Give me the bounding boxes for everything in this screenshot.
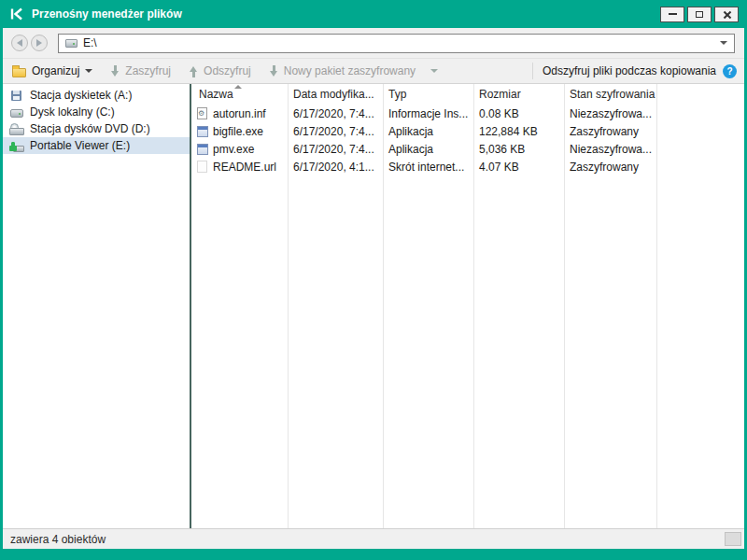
file-row-autorun-inf[interactable]: autorun.inf 6/17/2020, 7:4... Informacje…: [191, 105, 744, 122]
file-list: Nazwa Data modyfika... Typ Rozmiar Stan …: [191, 84, 744, 528]
window-title: Przenośny menedżer plików: [32, 7, 182, 21]
back-button[interactable]: [11, 35, 28, 51]
drive-label: Dysk lokalny (C:): [30, 105, 115, 119]
decrypt-on-copy-button[interactable]: Odszyfruj pliki podczas kopiowania: [543, 64, 737, 78]
maximize-button[interactable]: [687, 7, 712, 22]
file-cell-size: 5,036 KB: [473, 140, 564, 158]
sidebar-item-dvd-d[interactable]: Stacja dysków DVD (D:): [3, 120, 190, 137]
column-header-row: Nazwa Data modyfika... Typ Rozmiar Stan …: [191, 84, 744, 105]
file-cell-size: 122,884 KB: [473, 122, 564, 140]
file-cell-size: 4.07 KB: [473, 158, 564, 175]
drive-label: Stacja dysków DVD (D:): [30, 122, 150, 135]
column-header-status[interactable]: Stan szyfrowania: [564, 84, 656, 105]
forward-button[interactable]: [31, 35, 48, 51]
file-size: 4.07 KB: [479, 161, 519, 174]
sidebar-item-local-disk-c[interactable]: Dysk lokalny (C:): [3, 104, 190, 120]
file-modified: 6/17/2020, 7:4...: [293, 125, 374, 138]
column-label: Typ: [388, 88, 406, 101]
file-name: autorun.inf: [213, 107, 266, 120]
encrypted-drive-icon: [9, 140, 24, 152]
file-cell-modified: 6/17/2020, 7:4...: [288, 122, 383, 140]
file-cell-status: Niezaszyfrowa...: [564, 140, 656, 158]
file-row-bigfile-exe[interactable]: bigfile.exe 6/17/2020, 7:4... Aplikacja …: [191, 122, 744, 140]
application-file-icon: [196, 126, 208, 137]
file-encryption-status: Zaszyfrowany: [570, 161, 639, 174]
toolbar-divider: [532, 63, 533, 79]
decrypt-label: Odszyfruj: [204, 64, 251, 77]
main-area: Stacja dyskietek (A:) Dysk lokalny (C:) …: [3, 84, 744, 528]
minimize-icon: [669, 13, 677, 15]
file-cell-type: Aplikacja: [383, 122, 473, 140]
file-cell-name: pmv.exe: [191, 140, 288, 158]
close-button[interactable]: [714, 7, 739, 22]
kaspersky-logo-icon: [9, 7, 24, 21]
toolbar: Organizuj Zaszyfruj Odszyfruj Nowy pakie…: [3, 58, 744, 84]
column-header-type[interactable]: Typ: [383, 84, 473, 105]
file-row-readme-url[interactable]: README.url 6/17/2020, 4:1... Skrót inter…: [191, 158, 744, 175]
folder-icon: [12, 68, 26, 77]
decrypt-button[interactable]: Odszyfruj: [190, 64, 251, 77]
file-type: Informacje Ins...: [388, 107, 468, 120]
new-package-label: Nowy pakiet zaszyfrowany: [284, 64, 416, 77]
file-cell-size: 0.08 KB: [473, 105, 564, 122]
file-cell-name: bigfile.exe: [191, 122, 288, 140]
application-file-icon: [196, 144, 208, 155]
file-name: README.url: [213, 161, 276, 174]
portable-file-manager-window: Przenośny menedżer plików E:\ Organizuj …: [0, 0, 747, 560]
sidebar-item-portable-viewer-e[interactable]: Portable Viewer (E:): [3, 137, 190, 154]
file-size: 122,884 KB: [479, 125, 538, 138]
file-name: bigfile.exe: [213, 125, 263, 138]
arrow-down-icon: [270, 65, 278, 77]
column-header-modified[interactable]: Data modyfika...: [288, 84, 383, 105]
column-label: Nazwa: [199, 88, 233, 101]
file-modified: 6/17/2020, 4:1...: [293, 161, 374, 174]
file-encryption-status: Niezaszyfrowa...: [570, 107, 652, 120]
drive-label: Stacja dyskietek (A:): [30, 89, 132, 102]
file-modified: 6/17/2020, 7:4...: [293, 107, 374, 120]
column-label: Data modyfika...: [293, 88, 374, 101]
column-header-name[interactable]: Nazwa: [191, 84, 288, 105]
chevron-down-icon: [430, 69, 438, 73]
file-cell-status: Zaszyfrowany: [564, 122, 656, 140]
titlebar: Przenośny menedżer plików: [3, 0, 744, 28]
file-modified: 6/17/2020, 7:4...: [293, 143, 374, 156]
status-text: zawiera 4 obiektów: [10, 533, 106, 546]
maximize-icon: [696, 11, 703, 18]
file-cell-modified: 6/17/2020, 4:1...: [288, 158, 383, 175]
address-bar[interactable]: E:\: [58, 34, 735, 53]
column-label: Stan szyfrowania: [570, 88, 655, 101]
status-bar: zawiera 4 obiektów: [3, 528, 744, 549]
file-cell-modified: 6/17/2020, 7:4...: [288, 105, 383, 122]
file-row-pmv-exe[interactable]: pmv.exe 6/17/2020, 7:4... Aplikacja 5,03…: [191, 140, 744, 158]
minimize-button[interactable]: [660, 7, 684, 22]
encrypt-button[interactable]: Zaszyfruj: [111, 64, 171, 77]
file-cell-modified: 6/17/2020, 7:4...: [288, 140, 383, 158]
file-name: pmv.exe: [213, 143, 254, 156]
organize-button[interactable]: Organizuj: [12, 64, 92, 77]
chevron-down-icon[interactable]: [720, 41, 727, 45]
file-encryption-status: Niezaszyfrowa...: [570, 143, 652, 156]
inf-file-icon: [196, 107, 208, 119]
help-icon[interactable]: [723, 64, 737, 78]
file-cell-type: Informacje Ins...: [383, 105, 473, 122]
file-cell-status: Niezaszyfrowa...: [564, 105, 656, 122]
sidebar-item-floppy-a[interactable]: Stacja dyskietek (A:): [3, 87, 190, 104]
chevron-down-icon: [85, 69, 92, 73]
arrow-up-icon: [190, 65, 198, 77]
window-controls: [660, 7, 739, 22]
file-size: 5,036 KB: [479, 143, 525, 156]
file-cell-status: Zaszyfrowany: [564, 158, 656, 175]
file-type: Aplikacja: [388, 143, 433, 156]
url-file-icon: [196, 161, 208, 173]
file-encryption-status: Zaszyfrowany: [570, 125, 639, 138]
file-size: 0.08 KB: [479, 107, 519, 120]
encrypt-label: Zaszyfruj: [125, 64, 171, 77]
column-header-size[interactable]: Rozmiar: [473, 84, 564, 105]
file-cell-name: README.url: [191, 158, 288, 175]
new-encrypted-package-button[interactable]: Nowy pakiet zaszyfrowany: [270, 64, 438, 77]
resize-grip[interactable]: [725, 532, 741, 546]
file-type: Aplikacja: [388, 125, 433, 138]
file-type: Skrót internet...: [388, 161, 464, 174]
sort-ascending-icon: [234, 85, 242, 89]
drive-icon: [65, 39, 78, 48]
